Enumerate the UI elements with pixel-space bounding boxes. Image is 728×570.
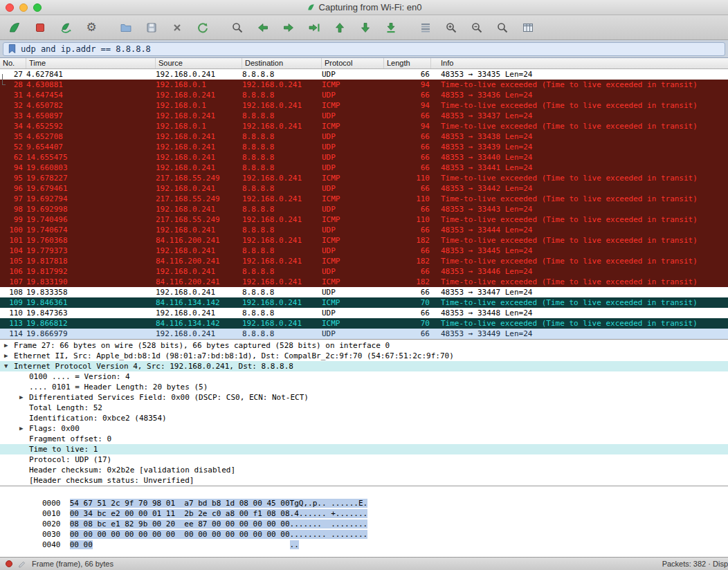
hex-bytes[interactable]: 00 00 00 00 00 00 00 00 00 00 00 00 00 0… [70, 530, 290, 539]
related-packet-indicator [2, 74, 6, 85]
detail-line[interactable]: Total Length: 52 [0, 403, 728, 413]
display-filter-field[interactable] [3, 42, 725, 56]
hex-bytes[interactable]: 00 34 bc e2 00 00 01 11 2b 2e c0 a8 00 f… [70, 509, 290, 518]
go-first-packet-button[interactable] [329, 18, 350, 37]
close-window-button[interactable] [6, 3, 14, 12]
reload-file-button[interactable] [192, 18, 213, 37]
go-back-button[interactable] [253, 18, 273, 37]
detail-line[interactable]: Time to live: 1 [0, 444, 728, 454]
ascii-bytes[interactable]: .. [290, 540, 299, 549]
detail-line[interactable]: ▶Frame 27: 66 bytes on wire (528 bits), … [0, 340, 728, 351]
detail-line[interactable]: Protocol: UDP (17) [0, 454, 728, 465]
hex-bytes[interactable]: 08 08 bc e1 82 9b 00 20 ee 87 00 00 00 0… [70, 520, 290, 528]
open-file-button[interactable] [116, 18, 136, 37]
expander-triangle-icon[interactable]: ▶ [19, 392, 29, 403]
detail-line[interactable]: [Header checksum status: Unverified] [0, 475, 728, 486]
packet-time: 14.655475 [26, 152, 156, 163]
save-icon [145, 21, 158, 35]
minimize-window-button[interactable] [19, 3, 28, 12]
detail-line[interactable]: ▶Ethernet II, Src: Apple_bd:b8:1d (98:01… [0, 351, 728, 361]
expert-info-icon[interactable] [6, 560, 12, 567]
packet-row[interactable]: 107 19.833190 84.116.200.241 192.168.0.2… [0, 277, 728, 287]
packet-row[interactable]: 113 19.866812 84.116.134.142 192.168.0.2… [0, 318, 728, 329]
packet-row[interactable]: 99 19.740496 217.168.55.249 192.168.0.24… [0, 214, 728, 225]
go-to-packet-button[interactable] [304, 18, 325, 37]
start-capture-button[interactable] [4, 18, 25, 37]
packet-row[interactable]: 104 19.779373 192.168.0.241 8.8.8.8 UDP … [0, 246, 728, 256]
detail-line[interactable]: ▶Flags: 0x00 [0, 423, 728, 434]
ascii-bytes[interactable]: .4...... +....... [290, 509, 368, 518]
capture-comment-pencil-icon[interactable] [17, 559, 27, 569]
packet-row[interactable]: 34 4.652592 192.168.0.1 192.168.0.241 IC… [0, 121, 728, 131]
ascii-bytes[interactable]: TgQ,.p.. ......E. [290, 499, 368, 508]
packet-row[interactable]: 97 19.692794 217.168.55.249 192.168.0.24… [0, 194, 728, 204]
packet-row[interactable]: 52 9.654407 192.168.0.241 8.8.8.8 UDP 66… [0, 142, 728, 152]
expander-triangle-icon[interactable]: ▼ [4, 361, 14, 371]
detail-line[interactable]: Identification: 0xbce2 (48354) [0, 413, 728, 423]
detail-line[interactable]: 0100 .... = Version: 4 [0, 371, 728, 382]
packet-row[interactable]: 96 19.679461 192.168.0.241 8.8.8.8 UDP 6… [0, 183, 728, 194]
packet-row[interactable]: 108 19.833358 192.168.0.241 8.8.8.8 UDP … [0, 287, 728, 297]
packet-list-pane[interactable]: 27 4.627841 192.168.0.241 8.8.8.8 UDP 66… [0, 69, 728, 339]
go-forward-button[interactable] [278, 18, 299, 37]
zoom-out-button[interactable] [466, 18, 487, 37]
go-last-packet-button[interactable] [355, 18, 376, 37]
column-header[interactable]: Length [384, 58, 431, 68]
packet-row[interactable]: 27 4.627841 192.168.0.241 8.8.8.8 UDP 66… [0, 69, 728, 80]
packet-row[interactable]: 33 4.650897 192.168.0.241 8.8.8.8 UDP 66… [0, 111, 728, 121]
packet-row[interactable]: 62 14.655475 192.168.0.241 8.8.8.8 UDP 6… [0, 152, 728, 163]
save-file-button[interactable] [141, 18, 162, 37]
zoom-in-button[interactable] [441, 18, 462, 37]
zoom-window-button[interactable] [33, 3, 42, 12]
packet-details-pane[interactable]: ▶Frame 27: 66 bytes on wire (528 bits), … [0, 339, 728, 486]
stop-capture-button[interactable] [30, 18, 51, 37]
packet-row[interactable]: 110 19.847363 192.168.0.241 8.8.8.8 UDP … [0, 308, 728, 318]
display-filter-input[interactable] [21, 44, 720, 54]
column-header[interactable]: No. [0, 58, 26, 68]
expander-triangle-icon[interactable]: ▶ [19, 423, 29, 434]
hex-bytes[interactable]: 00 00 [70, 540, 93, 549]
colorize-packets-button[interactable] [415, 18, 436, 37]
detail-line[interactable]: ▶Differentiated Services Field: 0x00 (DS… [0, 392, 728, 403]
column-header[interactable]: Time [26, 58, 156, 68]
column-header[interactable]: Info [431, 58, 728, 68]
packet-row[interactable]: 32 4.650782 192.168.0.1 192.168.0.241 IC… [0, 100, 728, 111]
packet-row[interactable]: 31 4.647454 192.168.0.241 8.8.8.8 UDP 66… [0, 90, 728, 100]
resize-columns-button[interactable] [518, 18, 538, 37]
column-header[interactable]: Destination [242, 58, 322, 68]
find-packet-button[interactable] [227, 18, 248, 37]
packet-row[interactable]: 94 19.660803 192.168.0.241 8.8.8.8 UDP 6… [0, 163, 728, 173]
hex-dump-pane[interactable]: 000054 67 51 2c 9f 70 98 01 a7 bd b8 1d … [0, 486, 728, 557]
packet-row[interactable]: 105 19.817818 84.116.200.241 192.168.0.2… [0, 256, 728, 266]
detail-line[interactable]: Header checksum: 0x2b2e [validation disa… [0, 465, 728, 475]
restart-capture-button[interactable] [55, 18, 76, 37]
ascii-bytes[interactable]: ....... ........ [290, 520, 368, 528]
capture-options-button[interactable]: ⚙ [81, 18, 102, 37]
column-header[interactable]: Source [156, 58, 242, 68]
detail-line[interactable]: .... 0101 = Header Length: 20 bytes (5) [0, 382, 728, 392]
auto-scroll-button[interactable] [381, 18, 401, 37]
detail-line[interactable]: Fragment offset: 0 [0, 434, 728, 444]
close-file-button[interactable] [167, 18, 188, 37]
packet-row[interactable]: 35 4.652708 192.168.0.241 8.8.8.8 UDP 66… [0, 131, 728, 142]
detail-line[interactable]: ▼Internet Protocol Version 4, Src: 192.1… [0, 361, 728, 371]
bookmark-icon[interactable] [8, 44, 17, 54]
hex-bytes[interactable]: 54 67 51 2c 9f 70 98 01 a7 bd b8 1d 08 0… [70, 499, 290, 508]
hex-line[interactable]: 000054 67 51 2c 9f 70 98 01 a7 bd b8 1d … [6, 488, 728, 498]
column-header[interactable]: Protocol [322, 58, 384, 68]
packet-destination: 192.168.0.241 [242, 235, 322, 246]
packet-row[interactable]: 106 19.817992 192.168.0.241 8.8.8.8 UDP … [0, 266, 728, 277]
expander-triangle-icon[interactable]: ▶ [4, 351, 14, 361]
packet-row[interactable]: 98 19.692998 192.168.0.241 8.8.8.8 UDP 6… [0, 204, 728, 214]
packet-row[interactable]: 101 19.760368 84.116.200.241 192.168.0.2… [0, 235, 728, 246]
expander-triangle-icon[interactable]: ▶ [4, 340, 14, 351]
packet-row[interactable]: 28 4.630881 192.168.0.1 192.168.0.241 IC… [0, 80, 728, 90]
packet-row[interactable]: 95 19.678227 217.168.55.249 192.168.0.24… [0, 173, 728, 183]
ascii-bytes[interactable]: ........ ........ [290, 530, 368, 539]
packet-row[interactable]: 109 19.846361 84.116.134.142 192.168.0.2… [0, 297, 728, 308]
packet-row[interactable]: 114 19.866979 192.168.0.241 8.8.8.8 UDP … [0, 329, 728, 339]
packet-destination: 8.8.8.8 [242, 90, 322, 100]
zoom-reset-button[interactable] [492, 18, 513, 37]
packet-destination: 192.168.0.241 [242, 214, 322, 225]
packet-row[interactable]: 100 19.740674 192.168.0.241 8.8.8.8 UDP … [0, 225, 728, 235]
